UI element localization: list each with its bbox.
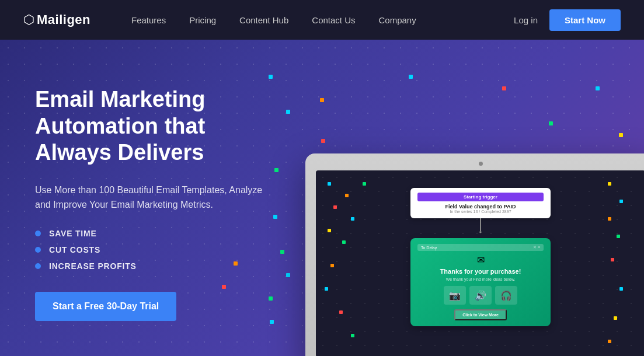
screen-dot xyxy=(611,258,614,261)
bullet-dot-icon xyxy=(35,247,41,253)
nav-contact-us[interactable]: Contact Us xyxy=(300,0,367,40)
logo[interactable]: ⬡ Mailigen xyxy=(23,12,90,27)
laptop-screen: Starting trigger Field Value changed to … xyxy=(316,170,644,356)
flow-trigger-title: Field Value changed to PAID xyxy=(417,204,544,210)
start-now-button[interactable]: Start Now xyxy=(549,9,621,31)
screen-dot xyxy=(608,340,611,343)
screen-dot xyxy=(363,182,366,186)
screen-dot xyxy=(608,182,611,186)
screen-dot xyxy=(328,182,331,186)
screen-dot xyxy=(325,287,328,291)
email-icon: ✉ xyxy=(417,254,544,266)
laptop-outer: Starting trigger Field Value changed to … xyxy=(305,153,644,356)
screen-dot xyxy=(339,310,343,314)
screen-dot xyxy=(345,194,349,197)
navbar: ⬡ Mailigen Features Pricing Content Hub … xyxy=(0,0,644,40)
nav-features[interactable]: Features xyxy=(120,0,177,40)
laptop-camera xyxy=(479,162,483,166)
flow-trigger-header: Starting trigger xyxy=(417,193,544,201)
trial-button[interactable]: Start a Free 30-Day Trial xyxy=(35,292,176,321)
hero-content: Email Marketing Automation that Always D… xyxy=(35,75,280,321)
nav-links: Features Pricing Content Hub Contact Us … xyxy=(120,0,514,40)
hero-section: Email Marketing Automation that Always D… xyxy=(0,40,644,356)
laptop-mockup: Starting trigger Field Value changed to … xyxy=(305,153,644,356)
bullet-increase-profits: INCREASE PROFITS xyxy=(35,261,280,271)
flow-card-email: To Delay ✕ ≡ ✉ Thanks for your purchase!… xyxy=(410,238,551,326)
screen-dot xyxy=(614,316,617,320)
logo-icon: ⬡ xyxy=(23,12,34,27)
product-speaker: 🔊 xyxy=(469,286,492,305)
nav-content-hub[interactable]: Content Hub xyxy=(228,0,300,40)
nav-actions: Log in Start Now xyxy=(514,9,621,31)
product-camera: 📷 xyxy=(444,286,466,305)
flow-delay-header: To Delay ✕ ≡ xyxy=(417,244,544,251)
screen-dot xyxy=(619,287,623,291)
bullet-save-time: SAVE TIME xyxy=(35,229,280,238)
flow-card-trigger: Starting trigger Field Value changed to … xyxy=(410,188,551,218)
flow-cta-button[interactable]: Click to View More xyxy=(454,309,507,320)
flow-trigger-sub: In the series 13 / Completed 2897 xyxy=(417,210,544,214)
bullet-dot-icon xyxy=(35,231,41,236)
nav-company[interactable]: Company xyxy=(367,0,428,40)
logo-text: Mailigen xyxy=(37,12,90,27)
flow-email-sub: We thank you! Find more ideas below. xyxy=(417,277,544,281)
flow-diagram: Starting trigger Field Value changed to … xyxy=(410,188,551,326)
flow-products: 📷 🔊 🎧 xyxy=(417,286,544,305)
login-link[interactable]: Log in xyxy=(514,15,538,25)
bullet-dot-icon xyxy=(35,263,41,269)
nav-pricing[interactable]: Pricing xyxy=(177,0,228,40)
screen-dot xyxy=(351,217,354,221)
screen-dot xyxy=(617,235,620,238)
product-headphones: 🎧 xyxy=(495,286,517,305)
hero-title: Email Marketing Automation that Always D… xyxy=(35,86,280,166)
screen-dot xyxy=(333,205,337,209)
bullet-cut-costs: CUT COSTS xyxy=(35,245,280,254)
screen-dot xyxy=(351,334,354,337)
flow-email-title: Thanks for your purchase! xyxy=(417,268,544,275)
flow-connector xyxy=(480,218,481,231)
hero-subtitle: Use More than 100 Beautiful Email Templa… xyxy=(35,183,280,212)
screen-dot xyxy=(328,229,331,232)
screen-dot xyxy=(619,200,623,203)
camera-row xyxy=(316,162,644,166)
screen-dot xyxy=(330,264,334,267)
screen-dot xyxy=(342,240,346,244)
hero-bullets: SAVE TIME CUT COSTS INCREASE PROFITS xyxy=(35,229,280,271)
screen-dot xyxy=(608,217,611,221)
